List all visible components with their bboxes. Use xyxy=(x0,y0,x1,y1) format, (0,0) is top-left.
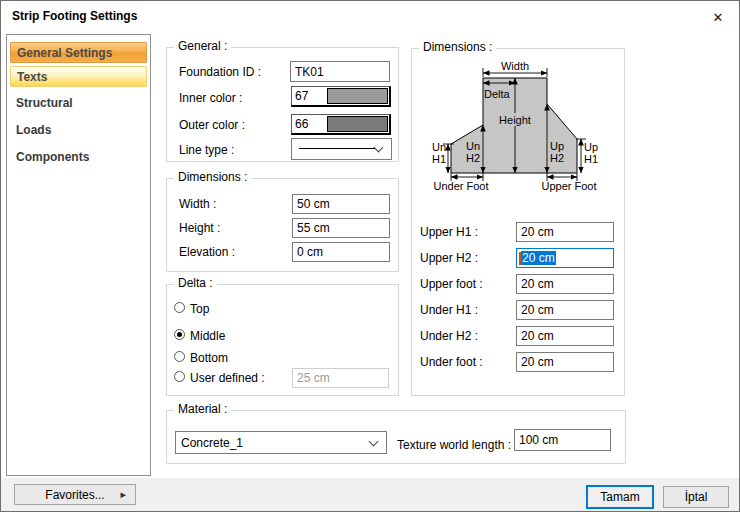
height-field[interactable]: 55 cm xyxy=(292,218,390,238)
material-selected-value: Concrete_1 xyxy=(181,436,243,450)
under-h1-label: Under H1 : xyxy=(420,303,478,317)
favorites-button-label: Favorites... xyxy=(45,488,104,502)
texture-world-length-label: Texture world length : xyxy=(397,438,511,452)
svg-text:H2: H2 xyxy=(466,152,480,164)
ok-button[interactable]: Tamam xyxy=(586,485,654,509)
foundation-id-field[interactable]: TK01 xyxy=(290,61,390,82)
radio-bottom[interactable] xyxy=(174,351,185,362)
diagram-up-h2-label: Up xyxy=(550,140,564,152)
line-type-label: Line type : xyxy=(179,143,234,157)
sidebar: General Settings Texts Structural Loads … xyxy=(6,34,151,476)
chevron-down-icon xyxy=(369,436,379,446)
diagram-width-label: Width xyxy=(501,60,529,72)
window-title: Strip Footing Settings xyxy=(12,9,137,23)
elevation-label: Elevation : xyxy=(179,245,235,259)
svg-text:H2: H2 xyxy=(550,152,564,164)
sidebar-item-texts[interactable]: Texts xyxy=(10,66,147,87)
group-legend: Dimensions : xyxy=(419,40,496,54)
field-value: 55 cm xyxy=(297,221,330,235)
flyout-arrow-icon: ▸ xyxy=(120,488,126,501)
field-value: 20 cm xyxy=(521,277,554,291)
under-foot-label: Under foot : xyxy=(420,355,483,369)
group-legend: Delta : xyxy=(174,276,217,290)
sidebar-item-general-settings[interactable]: General Settings xyxy=(10,42,147,63)
outer-color-label: Outer color : xyxy=(179,118,245,132)
texture-world-length-field[interactable]: 100 cm xyxy=(514,429,611,451)
line-type-select[interactable] xyxy=(291,138,392,160)
outer-color-value: 66 xyxy=(293,116,327,132)
upper-h2-field[interactable]: 20 cm xyxy=(516,248,614,268)
diagram-height-label: Height xyxy=(499,114,531,126)
chevron-down-icon xyxy=(374,143,384,153)
group-legend: Dimensions : xyxy=(174,170,251,184)
outer-color-field[interactable]: 66 xyxy=(291,114,391,135)
field-value: 20 cm xyxy=(521,225,554,239)
svg-text:H1: H1 xyxy=(432,153,446,165)
group-general: General : Foundation ID : TK01 Inner col… xyxy=(166,47,399,162)
footer-bar: Favorites... ▸ Tamam İptal xyxy=(1,478,739,511)
diagram-delta-label: Delta xyxy=(484,88,511,100)
outer-color-swatch[interactable] xyxy=(327,116,388,132)
favorites-button[interactable]: Favorites... ▸ xyxy=(14,484,136,505)
field-value: 100 cm xyxy=(519,433,558,447)
inner-color-swatch[interactable] xyxy=(327,88,388,104)
diagram-upper-foot-label: Upper Foot xyxy=(541,180,596,192)
upper-foot-field[interactable]: 20 cm xyxy=(516,274,614,294)
sidebar-item-label: General Settings xyxy=(17,46,112,60)
under-h2-label: Under H2 : xyxy=(420,329,478,343)
radio-middle[interactable] xyxy=(174,329,185,340)
group-legend: Material : xyxy=(174,402,231,416)
inner-color-label: Inner color : xyxy=(179,91,242,105)
diagram-un-h1-label: Un xyxy=(432,141,446,153)
upper-foot-label: Upper foot : xyxy=(420,277,483,291)
elevation-field[interactable]: 0 cm xyxy=(292,242,390,262)
group-dimensions-right: Dimensions : xyxy=(411,48,625,396)
group-legend: General : xyxy=(174,39,231,53)
height-label: Height : xyxy=(179,221,220,235)
radio-user-defined[interactable] xyxy=(174,371,185,382)
radio-user-defined-label: User defined : xyxy=(190,371,265,385)
footing-cross-section-diagram: Width Delta Height Un H1 Un H2 Up H2 Up … xyxy=(427,59,607,197)
sidebar-item-components[interactable]: Components xyxy=(7,146,150,168)
group-delta: Delta : Top Middle Bottom User defined :… xyxy=(166,284,399,396)
inner-color-value: 67 xyxy=(293,88,327,104)
inner-color-field[interactable]: 67 xyxy=(291,86,391,107)
diagram-un-h2-label: Un xyxy=(466,140,480,152)
sidebar-item-label: Components xyxy=(16,150,89,164)
sidebar-item-structural[interactable]: Structural xyxy=(7,92,150,114)
radio-top[interactable] xyxy=(174,302,185,313)
sidebar-item-label: Structural xyxy=(16,96,73,110)
under-foot-field[interactable]: 20 cm xyxy=(516,352,614,372)
sidebar-item-label: Texts xyxy=(17,70,47,84)
strip-footing-settings-dialog: Strip Footing Settings ✕ General Setting… xyxy=(0,0,740,512)
radio-middle-label: Middle xyxy=(190,329,225,343)
diagram-under-foot-label: Under Foot xyxy=(433,180,488,192)
foundation-id-label: Foundation ID : xyxy=(179,65,261,79)
width-field[interactable]: 50 cm xyxy=(292,194,390,214)
material-select[interactable]: Concrete_1 xyxy=(175,431,387,454)
close-icon[interactable]: ✕ xyxy=(705,6,731,28)
field-value: 50 cm xyxy=(297,197,330,211)
under-h2-field[interactable]: 20 cm xyxy=(516,326,614,346)
group-dimensions-left: Dimensions : Width : 50 cm Height : 55 c… xyxy=(166,178,399,272)
user-defined-field[interactable]: 25 cm xyxy=(292,368,389,388)
upper-h1-field[interactable]: 20 cm xyxy=(516,222,614,242)
cancel-button-label: İptal xyxy=(685,490,708,504)
line-sample xyxy=(299,148,375,149)
field-value-selected: 20 cm xyxy=(521,251,556,265)
cancel-button[interactable]: İptal xyxy=(663,486,729,508)
field-value: 20 cm xyxy=(521,329,554,343)
sidebar-item-label: Loads xyxy=(16,123,51,137)
svg-text:H1: H1 xyxy=(584,153,598,165)
width-label: Width : xyxy=(179,197,216,211)
diagram-up-h1-label: Up xyxy=(584,141,598,153)
field-value: 20 cm xyxy=(521,303,554,317)
field-value: 25 cm xyxy=(297,371,330,385)
upper-h2-label: Upper H2 : xyxy=(420,251,478,265)
field-value: 0 cm xyxy=(297,245,323,259)
under-h1-field[interactable]: 20 cm xyxy=(516,300,614,320)
sidebar-item-loads[interactable]: Loads xyxy=(7,119,150,141)
group-material: Material : Concrete_1 Texture world leng… xyxy=(166,410,626,464)
field-value: TK01 xyxy=(295,65,324,79)
radio-bottom-label: Bottom xyxy=(190,351,228,365)
